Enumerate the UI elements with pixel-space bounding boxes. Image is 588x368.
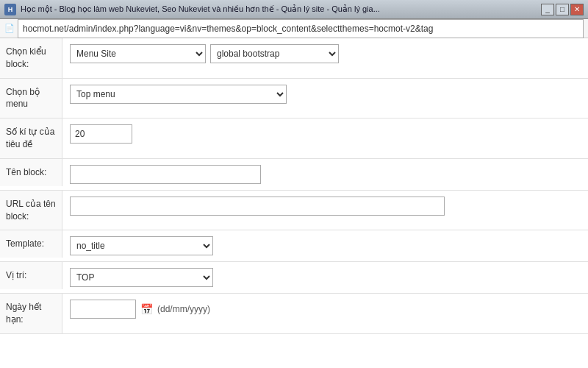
select-block-subtype[interactable]: global bootstrap	[210, 44, 339, 63]
field-ngay-het-han: 📅 (dd/mm/yyyy)	[62, 294, 588, 325]
select-block-type[interactable]: Menu Site	[70, 44, 206, 63]
titlebar-left: H Học một - Blog học làm web Nukeviet, S…	[4, 4, 380, 15]
field-vi-tri: TOP	[62, 262, 588, 293]
form-row-url-ten-block: URL của tên block:	[0, 191, 588, 231]
window-controls[interactable]: _ □ ✕	[541, 4, 584, 15]
input-so-ki-tu[interactable]	[70, 124, 132, 144]
date-format-hint: (dd/mm/yyyy)	[157, 304, 210, 314]
form-row-vi-tri: Vị trí: TOP	[0, 262, 588, 294]
form-row-ten-block: Tên block:	[0, 159, 588, 191]
form-row-chon-bo-menu: Chọn bộ menu Top menu	[0, 79, 588, 119]
window-title: Học một - Blog học làm web Nukeviet, Seo…	[21, 4, 380, 14]
field-url-ten-block	[62, 191, 588, 222]
label-so-ki-tu: Số kí tự của tiêu đề	[0, 118, 62, 158]
window-icon: H	[4, 4, 16, 15]
input-ten-block[interactable]	[70, 165, 261, 184]
label-template: Template:	[0, 230, 62, 258]
label-vi-tri: Vị trí:	[0, 262, 62, 289]
label-url-ten-block: URL của tên block:	[0, 191, 62, 230]
address-input[interactable]	[18, 19, 584, 38]
select-vi-tri[interactable]: TOP	[70, 268, 213, 287]
calendar-icon[interactable]: 📅	[140, 303, 153, 315]
select-template[interactable]: no_title	[70, 236, 213, 255]
field-chon-kieu-block: Menu Site global bootstrap	[62, 38, 588, 69]
maximize-button[interactable]: □	[556, 4, 569, 15]
close-button[interactable]: ✕	[570, 4, 584, 15]
form-row-template: Template: no_title	[0, 230, 588, 262]
address-bar: 📄	[0, 19, 588, 38]
page-icon: 📄	[4, 24, 15, 33]
form-row-chon-kieu-block: Chọn kiểu block: Menu Site global bootst…	[0, 38, 588, 79]
label-ten-block: Tên block:	[0, 159, 62, 186]
label-chon-bo-menu: Chọn bộ menu	[0, 79, 62, 118]
select-menu[interactable]: Top menu	[70, 85, 287, 104]
minimize-button[interactable]: _	[541, 4, 554, 15]
form-row-ngay-het-han: Ngày hết hạn: 📅 (dd/mm/yyyy)	[0, 294, 588, 334]
window-titlebar: H Học một - Blog học làm web Nukeviet, S…	[0, 0, 588, 19]
label-chon-kieu-block: Chọn kiểu block:	[0, 38, 62, 78]
field-ten-block	[62, 159, 588, 190]
field-so-ki-tu	[62, 118, 588, 149]
field-chon-bo-menu: Top menu	[62, 79, 588, 110]
input-url-ten-block[interactable]	[70, 197, 445, 216]
field-template: no_title	[62, 230, 588, 261]
label-ngay-het-han: Ngày hết hạn:	[0, 294, 62, 333]
form-row-so-ki-tu: Số kí tự của tiêu đề	[0, 118, 588, 159]
content-area: Chọn kiểu block: Menu Site global bootst…	[0, 38, 588, 368]
input-ngay-het-han[interactable]	[70, 300, 136, 319]
